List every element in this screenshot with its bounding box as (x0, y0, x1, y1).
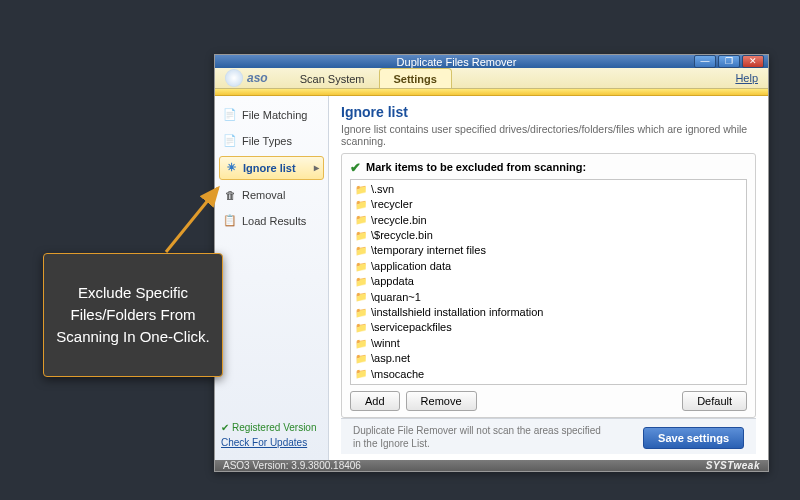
sidebar-item-removal[interactable]: 🗑 Removal (219, 184, 324, 206)
list-item-path: \.svn (371, 182, 394, 197)
list-item-path: \installshield installation information (371, 305, 543, 320)
sidebar-item-file-types[interactable]: 📄 File Types (219, 130, 324, 152)
folder-icon: 📁 (355, 290, 367, 304)
list-item[interactable]: 📁\recycle.bin (355, 213, 742, 228)
spacer (483, 391, 677, 411)
list-item[interactable]: 📁\asp.net (355, 351, 742, 366)
folder-icon: 📁 (355, 306, 367, 320)
brand-logo-icon (225, 69, 243, 87)
titlebar: Duplicate Files Remover — ❐ ✕ (215, 55, 768, 68)
panel-title-text: Mark items to be excluded from scanning: (366, 161, 586, 173)
check-icon: ✔ (350, 160, 361, 175)
page-description: Ignore list contains user specified driv… (341, 123, 756, 147)
list-item-path: \servicepackfiles (371, 320, 452, 335)
window-title: Duplicate Files Remover (219, 56, 694, 68)
list-item-path: \appdata (371, 274, 414, 289)
registered-status: ✔ Registered Version (221, 422, 322, 433)
list-item[interactable]: 📁\servicepackfiles (355, 320, 742, 335)
panel-buttons: Add Remove Default (350, 391, 747, 411)
list-item-path: \msocache (371, 367, 424, 382)
folder-icon: 📁 (355, 352, 367, 366)
list-item[interactable]: 📁\appdata (355, 274, 742, 289)
page-title: Ignore list (341, 104, 756, 120)
list-item-path: \recycler (371, 197, 413, 212)
folder-icon: 📁 (355, 321, 367, 335)
default-button[interactable]: Default (682, 391, 747, 411)
folder-icon: 📁 (355, 183, 367, 197)
footer-note-line1: Duplicate File Remover will not scan the… (353, 425, 601, 436)
folder-icon: 📁 (355, 198, 367, 212)
folder-icon: 📁 (355, 337, 367, 351)
content-footer: Duplicate File Remover will not scan the… (341, 418, 756, 454)
list-item[interactable]: 📁\.svn (355, 182, 742, 197)
list-item[interactable]: 📁\$recycle.bin (355, 228, 742, 243)
list-item[interactable]: 📁\installshield installation information (355, 305, 742, 320)
panel-heading: ✔ Mark items to be excluded from scannin… (350, 160, 747, 175)
sidebar-item-label: Load Results (242, 215, 306, 227)
check-updates-link[interactable]: Check For Updates (221, 437, 322, 448)
list-item-path: \asp.net (371, 351, 410, 366)
vendor-brand: SYSTweak (706, 460, 760, 471)
sidebar-item-label: File Types (242, 135, 292, 147)
file-icon: 📄 (223, 134, 237, 148)
tab-settings[interactable]: Settings (379, 68, 452, 88)
list-item-path: \$recycle.bin (371, 228, 433, 243)
list-item-path: \recycle.bin (371, 213, 427, 228)
save-settings-button[interactable]: Save settings (643, 427, 744, 449)
folder-icon: 📁 (355, 275, 367, 289)
folder-icon: 📁 (355, 260, 367, 274)
list-item[interactable]: 📁\recycler (355, 197, 742, 212)
sidebar-item-ignore-list[interactable]: ✳ Ignore list (219, 156, 324, 180)
status-bar: ASO3 Version: 3.9.3800.18406 SYSTweak (215, 460, 768, 471)
file-icon: 📄 (223, 108, 237, 122)
folder-icon: 📁 (355, 229, 367, 243)
folder-icon: 📁 (355, 213, 367, 227)
sidebar-item-label: Ignore list (243, 162, 296, 174)
window-controls: — ❐ ✕ (694, 55, 764, 68)
ignore-listbox[interactable]: 📁\.svn📁\recycler📁\recycle.bin📁\$recycle.… (350, 179, 747, 385)
list-icon: 📋 (223, 214, 237, 228)
list-item[interactable]: 📁\temporary internet files (355, 243, 742, 258)
ignore-panel: ✔ Mark items to be excluded from scannin… (341, 153, 756, 418)
list-item[interactable]: 📁\application data (355, 259, 742, 274)
footer-note: Duplicate File Remover will not scan the… (353, 425, 601, 450)
list-item[interactable]: 📁\msocache (355, 367, 742, 382)
sidebar-item-label: Removal (242, 189, 285, 201)
remove-button[interactable]: Remove (406, 391, 477, 411)
list-item-path: \winnt (371, 336, 400, 351)
sidebar-item-load-results[interactable]: 📋 Load Results (219, 210, 324, 232)
app-window: Duplicate Files Remover — ❐ ✕ aso Scan S… (214, 54, 769, 472)
tab-bar: aso Scan System Settings Help (215, 68, 768, 89)
footer-note-line2: in the Ignore List. (353, 438, 430, 449)
add-button[interactable]: Add (350, 391, 400, 411)
settings-icon: ✳ (224, 161, 238, 175)
trash-icon: 🗑 (223, 188, 237, 202)
list-item-path: \temporary internet files (371, 243, 486, 258)
sidebar-footer: ✔ Registered Version Check For Updates (219, 418, 324, 452)
ribbon-divider (215, 89, 768, 96)
brand-text: aso (247, 71, 268, 85)
registered-label: Registered Version (232, 422, 317, 433)
list-item-path: \application data (371, 259, 451, 274)
minimize-button[interactable]: — (694, 55, 716, 68)
annotation-callout: Exclude Specific Files/Folders From Scan… (43, 253, 223, 377)
list-item[interactable]: 📁\winnt (355, 336, 742, 351)
close-button[interactable]: ✕ (742, 55, 764, 68)
main-region: 📄 File Matching 📄 File Types ✳ Ignore li… (215, 96, 768, 460)
sidebar-item-label: File Matching (242, 109, 307, 121)
list-item[interactable]: 📁\quaran~1 (355, 290, 742, 305)
sidebar-item-file-matching[interactable]: 📄 File Matching (219, 104, 324, 126)
content-pane: Ignore list Ignore list contains user sp… (329, 96, 768, 460)
folder-icon: 📁 (355, 367, 367, 381)
settings-sidebar: 📄 File Matching 📄 File Types ✳ Ignore li… (215, 96, 329, 460)
tab-scan-system[interactable]: Scan System (286, 69, 379, 88)
maximize-button[interactable]: ❐ (718, 55, 740, 68)
version-text: ASO3 Version: 3.9.3800.18406 (223, 460, 361, 471)
list-item-path: \quaran~1 (371, 290, 421, 305)
folder-icon: 📁 (355, 244, 367, 258)
check-icon: ✔ (221, 422, 229, 433)
help-link[interactable]: Help (735, 72, 758, 84)
